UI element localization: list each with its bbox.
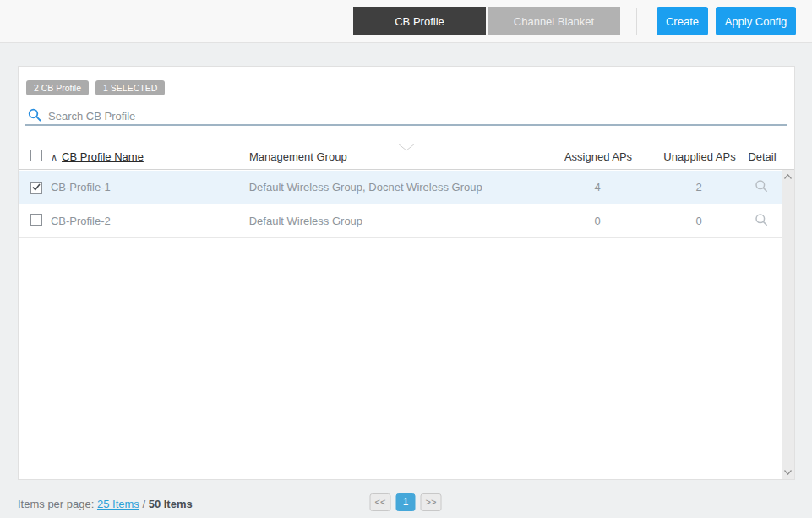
cell-profile-name: CB-Profile-1	[51, 181, 249, 194]
scroll-up-icon[interactable]	[784, 174, 792, 179]
cell-unapplied-aps: 0	[657, 215, 741, 227]
scroll-down-icon[interactable]	[784, 470, 792, 475]
vertical-scrollbar[interactable]	[782, 170, 794, 479]
checkmark-icon	[32, 183, 41, 191]
create-button[interactable]: Create	[657, 7, 708, 35]
total-items: 50 Items	[149, 498, 193, 510]
table-header: ∧CB Profile Name Management Group Assign…	[19, 144, 794, 170]
search-icon	[28, 108, 41, 122]
row-checkbox[interactable]	[30, 214, 42, 226]
items-per-page-label: Items per page:	[18, 498, 94, 510]
cell-management-group: Default Wireless Group, Docnet Wireless …	[249, 181, 539, 194]
cell-unapplied-aps: 2	[657, 181, 741, 194]
select-all-checkbox[interactable]	[30, 150, 42, 161]
column-management-group: Management Group	[249, 150, 539, 163]
column-unapplied-aps: Unapplied APs	[657, 150, 742, 163]
toolbar-divider	[636, 8, 637, 35]
column-detail: Detail	[742, 150, 782, 163]
cell-profile-name: CB-Profile-2	[51, 215, 249, 227]
items-per-page: Items per page: 25 Items / 50 Items	[18, 498, 193, 510]
count-badge: 2 CB Profile	[26, 80, 89, 95]
table-row[interactable]: CB-Profile-1 Default Wireless Group, Doc…	[19, 171, 782, 204]
selected-badge: 1 SELECTED	[95, 80, 165, 95]
items-separator: /	[139, 498, 149, 510]
cell-assigned-aps: 0	[538, 215, 657, 227]
table-row[interactable]: CB-Profile-2 Default Wireless Group 0 0	[19, 204, 782, 238]
cell-management-group: Default Wireless Group	[249, 215, 539, 227]
row-checkbox-checked[interactable]	[30, 182, 42, 194]
column-assigned-aps: Assigned APs	[539, 150, 657, 163]
pagination-next-button[interactable]: >>	[421, 493, 442, 511]
table-body: CB-Profile-1 Default Wireless Group, Doc…	[19, 171, 782, 238]
apply-config-button[interactable]: Apply Config	[716, 7, 796, 35]
cell-assigned-aps: 4	[538, 181, 657, 194]
cb-profile-panel: 2 CB Profile 1 SELECTED ∧CB Profile Name…	[18, 66, 795, 480]
column-cb-profile-name[interactable]: ∧CB Profile Name	[51, 150, 249, 163]
pagination: << 1 >>	[370, 493, 442, 511]
column-label-cb-profile-name[interactable]: CB Profile Name	[62, 150, 144, 163]
search-input[interactable]	[48, 107, 787, 124]
tab-channel-blanket[interactable]: Channel Blanket	[488, 7, 620, 35]
items-per-page-link[interactable]: 25 Items	[97, 498, 139, 510]
detail-magnifier-icon[interactable]	[755, 179, 768, 193]
collapse-notch-icon[interactable]	[398, 144, 415, 151]
sort-asc-icon: ∧	[51, 152, 57, 162]
top-toolbar: CB Profile Channel Blanket Create Apply …	[0, 0, 812, 43]
search-bar	[25, 107, 787, 126]
badge-row: 2 CB Profile 1 SELECTED	[26, 80, 165, 95]
tab-cb-profile[interactable]: CB Profile	[353, 7, 486, 35]
pagination-prev-button[interactable]: <<	[370, 493, 391, 511]
detail-magnifier-icon[interactable]	[755, 213, 768, 226]
pagination-page-1[interactable]: 1	[396, 493, 416, 511]
